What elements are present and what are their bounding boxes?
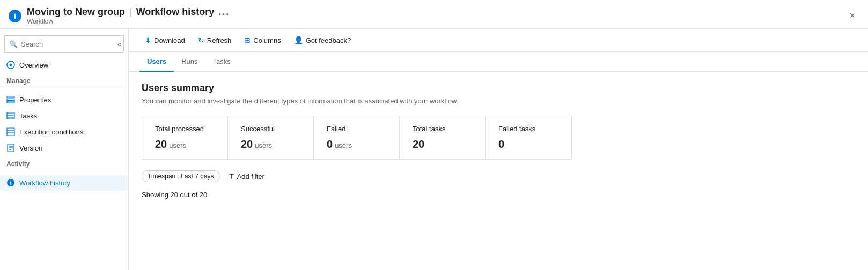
title-separator: | xyxy=(129,6,132,18)
total-tasks-number: 20 xyxy=(413,138,424,151)
svg-point-1 xyxy=(10,64,12,66)
columns-icon: ⊞ xyxy=(244,36,251,44)
main-layout: 🔍 « Overview Manage Properties xyxy=(0,29,868,270)
sidebar-item-execution-conditions-label: Execution conditions xyxy=(19,128,83,136)
sidebar-item-properties[interactable]: Properties xyxy=(0,92,128,108)
sidebar-item-overview-label: Overview xyxy=(19,61,48,69)
card-failed-tasks-value: 0 xyxy=(498,138,558,151)
card-total-tasks-label: Total tasks xyxy=(413,125,472,133)
add-filter-label: Add filter xyxy=(237,172,264,181)
card-successful-label: Successful xyxy=(241,125,300,133)
toolbar: ⬇ Download ↻ Refresh ⊞ Columns 👤 Got fee… xyxy=(129,29,868,52)
refresh-label: Refresh xyxy=(207,36,232,44)
filter-bar: Timespan : Last 7 days ⊤ Add filter xyxy=(142,170,855,182)
header-title: Moving to New group | Workflow history .… xyxy=(27,6,230,18)
download-button[interactable]: ⬇ Download xyxy=(139,33,190,47)
search-icon: 🔍 xyxy=(9,40,18,48)
timespan-filter-label: Timespan : Last 7 days xyxy=(148,172,214,180)
columns-button[interactable]: ⊞ Columns xyxy=(239,33,286,47)
svg-rect-3 xyxy=(7,99,14,101)
sidebar-item-tasks[interactable]: Tasks xyxy=(0,108,128,124)
tab-runs[interactable]: Runs xyxy=(174,52,205,72)
tabs-bar: Users Runs Tasks xyxy=(129,52,868,72)
card-successful: Successful 20 users xyxy=(228,116,314,159)
version-icon xyxy=(6,144,15,152)
card-failed-value: 0 users xyxy=(327,138,386,151)
search-input[interactable] xyxy=(21,40,111,48)
tab-tasks[interactable]: Tasks xyxy=(205,52,238,72)
failed-unit: users xyxy=(335,141,352,149)
successful-number: 20 xyxy=(241,138,253,151)
card-failed-tasks-label: Failed tasks xyxy=(498,125,558,133)
svg-rect-9 xyxy=(7,128,14,136)
columns-label: Columns xyxy=(253,36,281,44)
add-filter-icon: ⊤ xyxy=(229,172,234,181)
feedback-button[interactable]: 👤 Got feedback? xyxy=(289,33,357,47)
page-content: Users summary You can monitor and invest… xyxy=(129,72,868,270)
sidebar-item-workflow-history-label: Workflow history xyxy=(19,179,70,187)
card-total-tasks-value: 20 xyxy=(413,138,472,151)
svg-text:i: i xyxy=(10,180,12,186)
sidebar-item-tasks-label: Tasks xyxy=(19,112,37,120)
svg-rect-2 xyxy=(7,96,14,98)
refresh-icon: ↻ xyxy=(198,36,204,44)
failed-tasks-number: 0 xyxy=(498,138,504,151)
showing-count: Showing 20 out of 20 xyxy=(142,191,855,199)
more-options-trigger[interactable]: ... xyxy=(218,6,230,18)
overview-icon xyxy=(6,61,15,69)
summary-cards: Total processed 20 users Successful 20 u… xyxy=(142,116,572,160)
manage-divider xyxy=(0,89,128,89)
add-filter-button[interactable]: ⊤ Add filter xyxy=(224,171,269,182)
section-title: Users summary xyxy=(142,82,855,94)
collapse-sidebar-button[interactable]: « xyxy=(114,39,125,49)
download-label: Download xyxy=(154,36,185,44)
feedback-icon: 👤 xyxy=(294,36,303,44)
tasks-icon xyxy=(6,111,15,120)
activity-section-label: Activity xyxy=(0,156,128,170)
successful-unit: users xyxy=(255,141,272,149)
activity-divider xyxy=(0,172,128,172)
execution-conditions-icon xyxy=(6,128,15,136)
feedback-label: Got feedback? xyxy=(306,36,351,44)
card-total-processed-value: 20 users xyxy=(155,138,215,151)
content-area: ⬇ Download ↻ Refresh ⊞ Columns 👤 Got fee… xyxy=(129,29,868,270)
sidebar-item-version-label: Version xyxy=(19,144,42,152)
card-total-processed: Total processed 20 users xyxy=(142,116,228,159)
total-processed-unit: users xyxy=(169,141,186,149)
page-name: Workflow history xyxy=(136,6,215,18)
sidebar-item-version[interactable]: Version xyxy=(0,140,128,156)
tab-users[interactable]: Users xyxy=(139,52,174,72)
properties-icon xyxy=(6,95,15,104)
card-total-tasks: Total tasks 20 xyxy=(400,116,486,159)
card-total-processed-label: Total processed xyxy=(155,125,215,133)
total-processed-number: 20 xyxy=(155,138,167,151)
sidebar: 🔍 « Overview Manage Properties xyxy=(0,29,129,270)
app-icon: i xyxy=(9,10,21,22)
refresh-button[interactable]: ↻ Refresh xyxy=(193,33,237,47)
manage-section-label: Manage xyxy=(0,73,128,87)
sidebar-item-overview[interactable]: Overview xyxy=(0,57,128,73)
section-description: You can monitor and investigate the diff… xyxy=(142,97,855,105)
failed-number: 0 xyxy=(327,138,333,151)
sidebar-item-properties-label: Properties xyxy=(19,96,51,104)
header-title-block: Moving to New group | Workflow history .… xyxy=(27,6,230,25)
workflow-label: Workflow xyxy=(27,18,230,25)
card-failed-tasks: Failed tasks 0 xyxy=(486,116,571,159)
download-icon: ⬇ xyxy=(145,36,151,44)
close-button[interactable]: × xyxy=(847,8,857,24)
svg-rect-4 xyxy=(7,101,14,103)
sidebar-item-execution-conditions[interactable]: Execution conditions xyxy=(0,124,128,140)
card-successful-value: 20 users xyxy=(241,138,300,151)
workflow-name: Moving to New group xyxy=(27,6,125,18)
workflow-history-icon: i xyxy=(6,178,15,187)
card-failed-label: Failed xyxy=(327,125,386,133)
search-bar[interactable]: 🔍 « xyxy=(4,35,124,52)
timespan-filter-chip[interactable]: Timespan : Last 7 days xyxy=(142,170,220,182)
app-header: i Moving to New group | Workflow history… xyxy=(0,0,868,29)
header-left: i Moving to New group | Workflow history… xyxy=(9,6,230,25)
sidebar-item-workflow-history[interactable]: i Workflow history xyxy=(0,175,128,191)
card-failed: Failed 0 users xyxy=(314,116,400,159)
